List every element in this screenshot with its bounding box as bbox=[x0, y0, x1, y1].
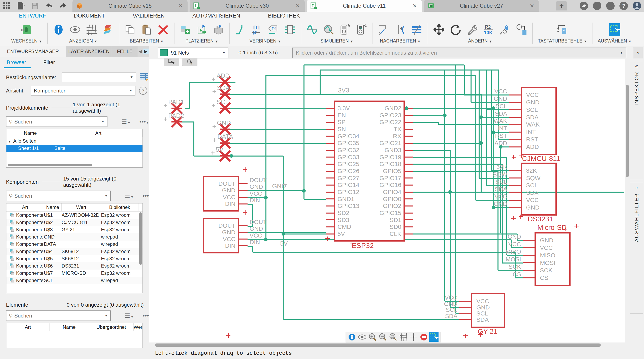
pin-label[interactable]: WAK bbox=[526, 121, 540, 128]
net-pin-label[interactable]: VCC bbox=[250, 190, 262, 197]
ribbon-group-label[interactable]: BEARBEITEN ▼ bbox=[130, 38, 164, 44]
pin-label[interactable]: VCC bbox=[223, 194, 236, 200]
pin-label[interactable]: SQW bbox=[526, 175, 540, 181]
pin-label[interactable]: GPIO12 bbox=[338, 189, 359, 195]
net-pin-label[interactable]: VCC bbox=[445, 294, 458, 301]
pin-label[interactable]: VCC bbox=[223, 236, 236, 242]
pin-label[interactable]: GPIO5 bbox=[383, 168, 401, 174]
table-header[interactable]: NameArt bbox=[6, 129, 142, 137]
project-documents-table[interactable]: NameArt▼Alle SeitenSheet 1/1Seite bbox=[6, 129, 143, 168]
pin-label[interactable]: CS bbox=[540, 274, 548, 281]
pin-label[interactable]: INT bbox=[526, 129, 536, 135]
net-pin-label[interactable]: SDA bbox=[495, 110, 507, 117]
pin-label[interactable]: GPIO14 bbox=[338, 182, 359, 188]
components-table[interactable]: ArtNameWertBibliothekKomponenteU$1AZ-WRO… bbox=[6, 203, 143, 293]
table-row[interactable]: KomponenteU$5SK6812Esp32 wroom bbox=[6, 255, 142, 262]
pin-label[interactable]: GND bbox=[526, 204, 540, 211]
net-pin-label[interactable]: SDA bbox=[495, 186, 507, 192]
net-label-icon[interactable]: D1 bbox=[251, 24, 263, 35]
variant-table-icon[interactable] bbox=[140, 73, 149, 82]
menu-item-dokument[interactable]: DOKUMENT bbox=[72, 12, 107, 21]
value-icon[interactable]: R210K bbox=[483, 24, 494, 35]
net-pin-label[interactable]: GND bbox=[508, 233, 521, 240]
document-tab[interactable]: Climate Cube v30✕ bbox=[190, 0, 305, 12]
table-row[interactable]: KomponenteU$1AZ-WROOM-32DEsp32 wroom bbox=[6, 212, 142, 219]
net-pin-label[interactable]: GND bbox=[494, 200, 507, 207]
origin-icon[interactable] bbox=[409, 332, 418, 342]
wire-arrow-icon[interactable] bbox=[395, 24, 406, 35]
menu-item-entwurf[interactable]: ENTWURF bbox=[17, 12, 48, 21]
pin-label[interactable]: SCK bbox=[540, 267, 552, 274]
select-mode-button[interactable] bbox=[164, 58, 179, 66]
rotate-icon[interactable] bbox=[450, 24, 461, 35]
table-row[interactable]: KomponenteU$3GY-21Esp32 wroom bbox=[6, 226, 142, 233]
grid-toggle-icon[interactable] bbox=[399, 332, 408, 342]
select-icon[interactable] bbox=[609, 24, 620, 35]
list-options-icon[interactable]: ☰▼ bbox=[122, 118, 131, 125]
apps-grid-icon[interactable] bbox=[3, 2, 11, 10]
info-icon[interactable] bbox=[53, 24, 64, 35]
menu-item-automatisieren[interactable]: AUTOMATISIEREN bbox=[190, 12, 242, 21]
pin-label[interactable]: CMD bbox=[338, 223, 351, 230]
wire-edit-icon[interactable] bbox=[378, 24, 390, 35]
canvas-vertical-scrollbar[interactable] bbox=[625, 60, 630, 342]
close-tab-icon[interactable]: ✕ bbox=[294, 3, 301, 9]
net-pin-label[interactable]: DIN bbox=[250, 197, 260, 203]
inspector-panel-tab[interactable]: « INSPEKTOR bbox=[630, 61, 643, 180]
net-pin-label[interactable]: DIN bbox=[250, 239, 260, 245]
document-tab[interactable]: Climate Cube v11✕ bbox=[307, 0, 422, 12]
pin-label[interactable]: GPIO21 bbox=[380, 140, 401, 146]
zoom-selection-button[interactable] bbox=[182, 58, 198, 66]
pin-label[interactable]: GPIO26 bbox=[338, 168, 359, 174]
pin-label[interactable]: CLK bbox=[390, 230, 401, 237]
pin-label[interactable]: GND bbox=[476, 304, 490, 311]
pin-label[interactable]: SN bbox=[338, 126, 346, 132]
pin-label[interactable]: SD2 bbox=[338, 209, 349, 216]
menu-item-bibliothek[interactable]: BIBLIOTHEK bbox=[266, 12, 302, 21]
eye-icon[interactable] bbox=[358, 332, 367, 342]
sine-icon[interactable] bbox=[306, 24, 318, 35]
net-pin-label[interactable]: SCL bbox=[496, 178, 507, 185]
pin-label[interactable]: GPIO2 bbox=[383, 202, 401, 209]
table-row[interactable]: ▼Alle Seiten bbox=[6, 137, 142, 145]
net-pin-label[interactable]: GND bbox=[494, 95, 507, 102]
stop-icon[interactable] bbox=[419, 332, 428, 342]
pin-label[interactable]: GPIO32 bbox=[338, 147, 359, 153]
add-bin-icon[interactable] bbox=[213, 24, 224, 35]
pin-label[interactable]: GPIO23 bbox=[380, 112, 401, 119]
meter-wave-icon[interactable] bbox=[356, 24, 367, 35]
tab-entwurfsmanager[interactable]: ENTWURFSMANAGER bbox=[0, 46, 66, 57]
table-header[interactable]: ArtNameÜbergeordnetWert bbox=[6, 323, 142, 331]
net-pin-label[interactable]: GND bbox=[444, 300, 458, 307]
probe-icon[interactable] bbox=[323, 24, 334, 35]
wirepad-label[interactable]: ADD bbox=[216, 72, 230, 79]
pin-label[interactable]: GPIO25 bbox=[338, 161, 359, 167]
list-options-icon[interactable]: ☰▼ bbox=[125, 192, 134, 199]
net-pin-label[interactable]: SDA bbox=[445, 313, 458, 319]
pin-label[interactable]: SCL bbox=[476, 310, 488, 317]
table-header[interactable]: ArtNameWertBibliothek bbox=[6, 203, 142, 212]
pin-label[interactable]: VCC bbox=[526, 92, 539, 98]
undo-icon[interactable] bbox=[45, 2, 53, 10]
pin-label[interactable]: SDA bbox=[526, 189, 538, 196]
pin-label[interactable]: GPIO34 bbox=[338, 133, 359, 139]
selection-filter-panel-tab[interactable]: « AUSWAHLFILTER bbox=[630, 183, 643, 314]
net-label[interactable]: 3V3 bbox=[338, 87, 349, 94]
pin-label[interactable]: VCC bbox=[476, 298, 489, 304]
pin-label[interactable]: GND1 bbox=[338, 196, 354, 202]
add-component-icon[interactable] bbox=[180, 24, 191, 35]
ribbon-group-label[interactable]: TASTATURBEFEHLE ▼ bbox=[538, 38, 587, 44]
schematic-canvas[interactable]: 3.3VENSPSNGPIO34GPIO35GPIO32GPIO33GPIO25… bbox=[149, 60, 630, 348]
net-pin-label[interactable]: VCC bbox=[508, 241, 521, 247]
tab-scroll-left-icon[interactable]: ◀ bbox=[138, 49, 142, 54]
pin-label[interactable]: DIN bbox=[225, 242, 236, 249]
extension-icon[interactable] bbox=[580, 2, 588, 10]
tab-layer-anzeigen[interactable]: LAYER ANZEIGEN bbox=[66, 46, 112, 57]
subtab-browser[interactable]: Browser bbox=[7, 59, 26, 66]
save-icon[interactable] bbox=[31, 2, 39, 10]
pin-label[interactable]: RX bbox=[393, 133, 401, 139]
net-pin-label[interactable]: INT bbox=[498, 125, 507, 132]
net-flag-icon[interactable]: D1 bbox=[268, 24, 279, 35]
component-name[interactable]: DS3231 bbox=[528, 215, 553, 223]
list-options-icon[interactable]: ☰▼ bbox=[125, 312, 134, 319]
